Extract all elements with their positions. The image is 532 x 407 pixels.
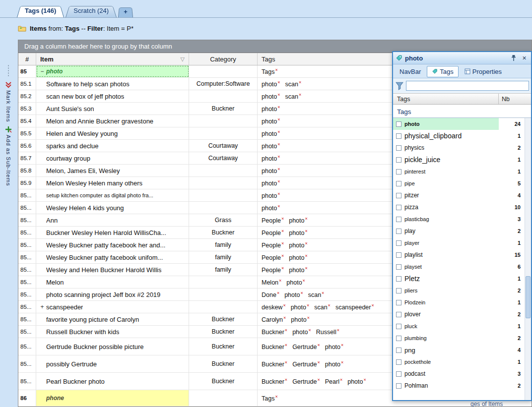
tag-chip[interactable]: scan×: [285, 92, 302, 100]
scrollbar-thumb[interactable]: [526, 276, 531, 318]
tag-label[interactable]: pitzer: [404, 192, 419, 199]
status-link-fragment[interactable]: ges of Items: [470, 401, 503, 407]
tag-chip[interactable]: scan×: [308, 291, 325, 298]
tag-chip[interactable]: scan×: [314, 303, 331, 311]
tag-label[interactable]: Pletz: [404, 275, 420, 283]
tag-checkbox[interactable]: [396, 276, 401, 282]
panel-tab-tags[interactable]: Tags: [427, 66, 458, 77]
item-cell[interactable]: possibly Gertrude: [36, 355, 189, 372]
tag-checkbox[interactable]: [396, 229, 401, 234]
remove-tag-icon[interactable]: ×: [371, 303, 374, 308]
tag-label[interactable]: physical_clipboard: [404, 132, 462, 140]
item-cell[interactable]: setup kitchen computer as digital photo …: [36, 189, 189, 201]
tag-checkbox[interactable]: [396, 121, 401, 127]
remove-tag-icon[interactable]: ×: [277, 142, 280, 147]
expander-icon[interactable]: +: [38, 303, 46, 310]
tag-label[interactable]: photo: [404, 121, 420, 127]
item-cell[interactable]: sparks and declue: [36, 140, 189, 152]
tag-label[interactable]: pliers: [404, 288, 417, 293]
tag-chip[interactable]: photo×: [262, 204, 280, 212]
remove-tag-icon[interactable]: ×: [283, 303, 285, 308]
remove-tag-icon[interactable]: ×: [341, 343, 343, 348]
item-cell[interactable]: Russell Buckner with kids: [36, 326, 189, 338]
tag-chip[interactable]: Gertrude×: [292, 360, 320, 368]
tag-chip[interactable]: Pearl×: [325, 377, 342, 385]
item-cell[interactable]: Melon, James Eli, Wesley: [36, 165, 189, 176]
remove-tag-icon[interactable]: ×: [299, 92, 301, 97]
remove-tag-icon[interactable]: ×: [285, 377, 287, 382]
add-as-subitems-button[interactable]: Add as Sub-Items: [5, 126, 12, 186]
remove-tag-icon[interactable]: ×: [299, 80, 301, 85]
tag-label[interactable]: plover: [404, 311, 421, 318]
item-cell[interactable]: Melon and Annie Buckner gravestone: [36, 115, 189, 127]
tag-label[interactable]: playlist: [404, 251, 423, 258]
tag-checkbox[interactable]: [396, 193, 401, 198]
item-cell[interactable]: courtway group: [36, 152, 189, 164]
tag-list-item[interactable]: png 4: [393, 344, 525, 356]
tag-list-item[interactable]: plasticbag 3: [393, 213, 525, 225]
tag-list-item[interactable]: physics 2: [393, 142, 525, 154]
tag-chip[interactable]: Russell×: [316, 328, 339, 336]
tag-list-item[interactable]: pockethole 1: [393, 356, 525, 368]
tag-chip[interactable]: Melon×: [262, 278, 281, 286]
tag-list-item[interactable]: pickle_juice 1: [393, 154, 525, 166]
tag-chip[interactable]: photo×: [262, 92, 280, 100]
remove-tag-icon[interactable]: ×: [337, 328, 339, 333]
tag-list-item[interactable]: pizza 10: [393, 201, 525, 213]
remove-tag-icon[interactable]: ×: [277, 167, 280, 172]
tag-chip[interactable]: People×: [262, 216, 284, 224]
tag-checkbox[interactable]: [396, 348, 401, 353]
tag-checkbox[interactable]: [396, 312, 401, 317]
column-header-num[interactable]: #: [18, 53, 36, 65]
tag-chip[interactable]: photo×: [289, 241, 308, 249]
tag-chip[interactable]: Tags×: [262, 394, 278, 402]
item-cell[interactable]: Software to help scan photos: [36, 78, 189, 90]
tag-checkbox[interactable]: [396, 324, 401, 329]
panel-tab-properties[interactable]: Properties: [460, 66, 507, 77]
remove-tag-icon[interactable]: ×: [277, 117, 280, 122]
tag-chip[interactable]: photo×: [289, 253, 308, 261]
tag-list-item[interactable]: playset 6: [393, 261, 525, 273]
remove-tag-icon[interactable]: ×: [285, 343, 287, 348]
tag-checkbox[interactable]: [396, 157, 401, 163]
tag-chip[interactable]: photo×: [289, 266, 308, 274]
filter-funnel-icon[interactable]: [395, 81, 404, 90]
remove-tag-icon[interactable]: ×: [303, 278, 305, 283]
tag-chip[interactable]: Gertrude×: [292, 377, 320, 385]
tag-checkbox[interactable]: [396, 264, 401, 270]
tag-chip[interactable]: People×: [262, 266, 284, 274]
tag-chip[interactable]: photo×: [262, 80, 280, 88]
tag-checkbox[interactable]: [396, 217, 401, 222]
tag-chip[interactable]: photo×: [325, 343, 344, 350]
remove-tag-icon[interactable]: ×: [340, 377, 342, 382]
tag-list-item[interactable]: pinterest 1: [393, 166, 525, 177]
remove-tag-icon[interactable]: ×: [317, 377, 320, 382]
tag-chip[interactable]: Buckner×: [262, 377, 287, 385]
remove-tag-icon[interactable]: ×: [328, 303, 331, 308]
tag-checkbox[interactable]: [396, 240, 401, 246]
item-cell[interactable]: Wesley Buckner patty facebook her and...: [36, 239, 189, 251]
tag-chip[interactable]: photo×: [284, 291, 303, 298]
tag-list-item[interactable]: play 2: [393, 225, 525, 237]
remove-tag-icon[interactable]: ×: [307, 303, 309, 308]
item-cell[interactable]: Wesley Buckner patty facebook unifom...: [36, 251, 189, 263]
tag-chip[interactable]: People×: [262, 229, 284, 236]
remove-tag-icon[interactable]: ×: [300, 291, 303, 295]
tag-chip[interactable]: photo×: [262, 179, 280, 187]
tag-chip[interactable]: Gertrude×: [292, 343, 320, 350]
tag-label[interactable]: player: [404, 240, 419, 246]
tag-checkbox[interactable]: [396, 133, 401, 139]
remove-tag-icon[interactable]: ×: [281, 241, 284, 246]
remove-tag-icon[interactable]: ×: [283, 315, 286, 320]
tag-list-item[interactable]: podcast 3: [393, 368, 525, 380]
tag-label[interactable]: play: [404, 228, 415, 234]
tag-chip[interactable]: Buckner×: [262, 343, 287, 350]
tag-checkbox[interactable]: [396, 145, 401, 151]
remove-tag-icon[interactable]: ×: [341, 360, 343, 365]
tag-chip[interactable]: Buckner×: [262, 360, 287, 368]
remove-tag-icon[interactable]: ×: [277, 179, 280, 184]
item-cell[interactable]: Wesley and Helen Buckner Harold Willis: [36, 264, 189, 276]
tag-checkbox[interactable]: [396, 300, 401, 305]
tab-scratch[interactable]: Scratch (24): [66, 4, 117, 17]
item-cell[interactable]: + scanspeeder: [36, 301, 189, 313]
